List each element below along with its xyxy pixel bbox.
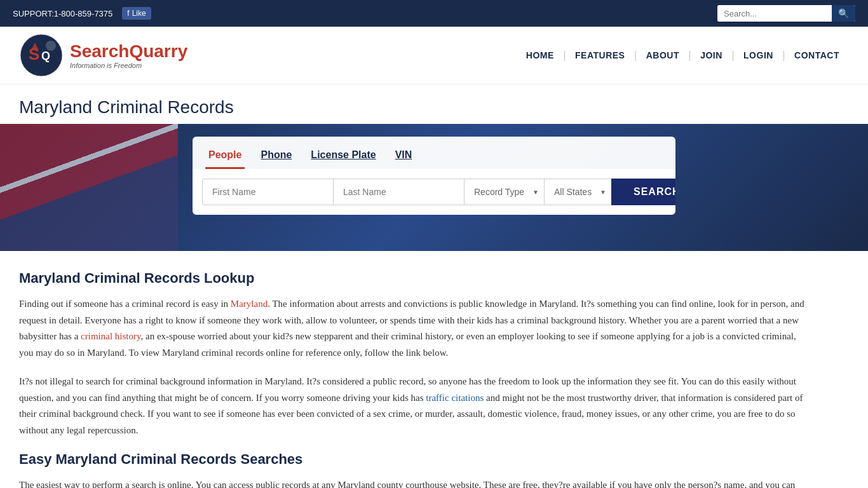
fb-icon: f xyxy=(127,9,129,18)
section1-paragraph1: Finding out if someone has a criminal re… xyxy=(19,296,807,361)
hero-section: People Phone License Plate VIN Record Ty… xyxy=(0,124,868,251)
tab-license-plate[interactable]: License Plate xyxy=(308,144,379,169)
nav-about[interactable]: ABOUT xyxy=(637,50,689,60)
logo-area: S Q SearchQuarry Information is Freedom xyxy=(19,33,187,78)
tab-vin[interactable]: VIN xyxy=(392,144,416,169)
main-nav: HOME | FEATURES | ABOUT | JOIN | LOGIN |… xyxy=(517,50,849,61)
search-icon: 🔍 xyxy=(838,8,849,18)
page-title-area: Maryland Criminal Records xyxy=(0,85,868,124)
tab-phone[interactable]: Phone xyxy=(257,144,295,169)
nav-contact[interactable]: CONTACT xyxy=(785,50,849,60)
support-phone: SUPPORT:1-800-859-7375 xyxy=(13,9,112,18)
logo-brand: SearchQuarry xyxy=(70,41,187,62)
header: S Q SearchQuarry Information is Freedom … xyxy=(0,27,868,85)
section2-paragraph1: The easiest way to perform a search is o… xyxy=(19,477,807,488)
maryland-link[interactable]: Maryland xyxy=(231,299,268,309)
search-form: Record Type ▼ All States ▼ SEARCH xyxy=(193,169,675,215)
main-content: Maryland Criminal Records Lookup Finding… xyxy=(0,251,826,488)
page-title: Maryland Criminal Records xyxy=(19,97,849,118)
fb-like-button[interactable]: f Like xyxy=(122,7,151,20)
svg-point-3 xyxy=(46,41,56,51)
section1-title: Maryland Criminal Records Lookup xyxy=(19,270,807,287)
section1-paragraph2: It?s not illegal to search for criminal … xyxy=(19,374,807,438)
last-name-input[interactable] xyxy=(333,179,464,205)
logo-tagline: Information is Freedom xyxy=(70,62,187,69)
record-type-select-wrap: Record Type ▼ xyxy=(464,179,544,205)
all-states-select[interactable]: All States xyxy=(545,179,611,205)
first-name-input[interactable] xyxy=(202,179,333,205)
nav-features[interactable]: FEATURES xyxy=(566,50,634,60)
nav-home[interactable]: HOME xyxy=(517,50,564,60)
search-button[interactable]: SEARCH xyxy=(611,179,675,205)
traffic-citations-link[interactable]: traffic citations xyxy=(426,393,484,403)
tab-people[interactable]: People xyxy=(205,144,245,169)
flag-decoration xyxy=(0,124,178,251)
logo-icon: S Q xyxy=(19,33,64,78)
criminal-history-link[interactable]: criminal history xyxy=(81,331,140,341)
top-bar: SUPPORT:1-800-859-7375 f Like 🔍 xyxy=(0,0,868,27)
top-search-bar[interactable]: 🔍 xyxy=(717,5,855,22)
nav-login[interactable]: LOGIN xyxy=(734,50,783,60)
record-type-select[interactable]: Record Type xyxy=(465,179,544,205)
top-search-button[interactable]: 🔍 xyxy=(832,5,855,22)
top-bar-left: SUPPORT:1-800-859-7375 f Like xyxy=(13,7,151,20)
search-tabs: People Phone License Plate VIN xyxy=(193,137,675,169)
svg-text:Q: Q xyxy=(41,50,50,62)
section2-title: Easy Maryland Criminal Records Searches xyxy=(19,451,807,468)
nav-join[interactable]: JOIN xyxy=(691,50,732,60)
all-states-select-wrap: All States ▼ xyxy=(544,179,611,205)
search-widget: People Phone License Plate VIN Record Ty… xyxy=(193,137,675,215)
top-search-input[interactable] xyxy=(717,6,832,22)
logo-text: SearchQuarry Information is Freedom xyxy=(70,41,187,69)
